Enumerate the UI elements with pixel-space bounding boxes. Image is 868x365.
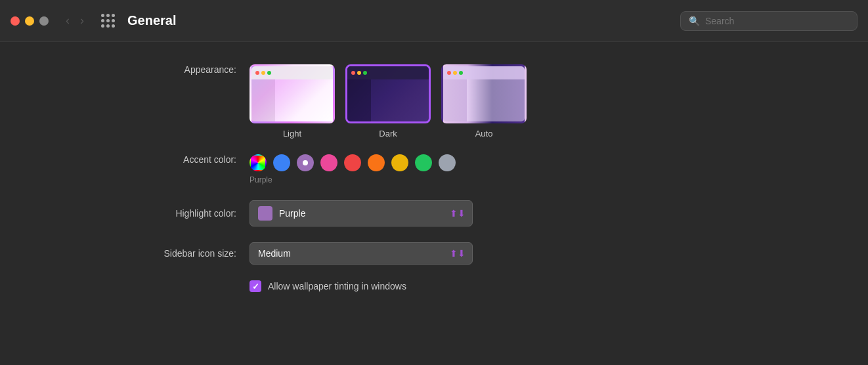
- appearance-options: Light Dark: [250, 64, 527, 139]
- search-icon: 🔍: [689, 16, 700, 26]
- sidebar-icon-size-value: Medium: [258, 248, 291, 259]
- wallpaper-tinting-checkbox-row: ✓ Allow wallpaper tinting in windows: [250, 280, 406, 292]
- main-content: Appearance: Light: [0, 42, 868, 312]
- search-input[interactable]: [705, 16, 849, 26]
- highlight-color-value: Purple: [279, 208, 305, 219]
- highlight-color-label: Highlight color:: [131, 208, 236, 219]
- appearance-option-dark[interactable]: Dark: [345, 64, 431, 139]
- highlight-color-swatch: [258, 206, 272, 221]
- close-button[interactable]: [11, 16, 20, 26]
- search-bar[interactable]: 🔍: [680, 11, 857, 31]
- wallpaper-tinting-row: ✓ Allow wallpaper tinting in windows: [250, 280, 406, 292]
- accent-red[interactable]: [344, 154, 361, 171]
- wallpaper-tinting-checkbox[interactable]: ✓: [250, 280, 261, 292]
- forward-button[interactable]: ›: [76, 11, 88, 30]
- nav-buttons: ‹ ›: [62, 11, 88, 30]
- traffic-lights: [11, 16, 49, 26]
- appearance-label-auto: Auto: [475, 129, 493, 139]
- page-title: General: [127, 13, 672, 28]
- appearance-label: Appearance:: [131, 64, 236, 75]
- accent-blue[interactable]: [273, 154, 290, 171]
- accent-yellow[interactable]: [391, 154, 408, 171]
- grid-icon[interactable]: [98, 12, 117, 30]
- sidebar-icon-size-arrow-icon: ⬆⬇: [450, 248, 466, 259]
- accent-color-label: Accent color:: [131, 154, 236, 165]
- appearance-thumbnail-dark: [345, 64, 431, 123]
- accent-color-row: Accent color: Purple: [131, 154, 456, 184]
- appearance-thumbnail-auto: [441, 64, 527, 123]
- sidebar-icon-size-row: Sidebar icon size: Medium ⬆⬇: [131, 242, 473, 265]
- accent-selected-label: Purple: [250, 175, 456, 184]
- highlight-color-arrow-icon: ⬆⬇: [450, 208, 466, 219]
- appearance-row: Appearance: Light: [131, 62, 527, 139]
- highlight-color-row: Highlight color: Purple ⬆⬇: [131, 200, 473, 226]
- appearance-option-light[interactable]: Light: [250, 64, 335, 139]
- appearance-section: Light Dark: [250, 64, 527, 139]
- appearance-option-auto[interactable]: Auto: [441, 64, 527, 139]
- sidebar-icon-size-label: Sidebar icon size:: [131, 248, 236, 259]
- highlight-color-select[interactable]: Purple ⬆⬇: [250, 200, 473, 226]
- wallpaper-tinting-label: Allow wallpaper tinting in windows: [268, 281, 406, 291]
- maximize-button[interactable]: [39, 16, 49, 26]
- appearance-thumbnail-light: [250, 64, 335, 123]
- minimize-button[interactable]: [25, 16, 34, 26]
- apps-grid-icon: [101, 14, 115, 28]
- accent-orange[interactable]: [368, 154, 385, 171]
- accent-green[interactable]: [415, 154, 432, 171]
- appearance-label-light: Light: [283, 129, 301, 139]
- titlebar: ‹ › General 🔍: [0, 0, 868, 42]
- accent-purple[interactable]: [297, 154, 314, 171]
- accent-multicolor[interactable]: [250, 154, 267, 171]
- accent-colors: [250, 154, 456, 171]
- sidebar-icon-size-select[interactable]: Medium ⬆⬇: [250, 242, 473, 265]
- checkmark-icon: ✓: [252, 282, 259, 291]
- accent-graphite[interactable]: [439, 154, 456, 171]
- accent-pink[interactable]: [320, 154, 337, 171]
- back-button[interactable]: ‹: [62, 11, 74, 30]
- accent-colors-section: Purple: [250, 154, 456, 184]
- appearance-label-dark: Dark: [379, 129, 397, 139]
